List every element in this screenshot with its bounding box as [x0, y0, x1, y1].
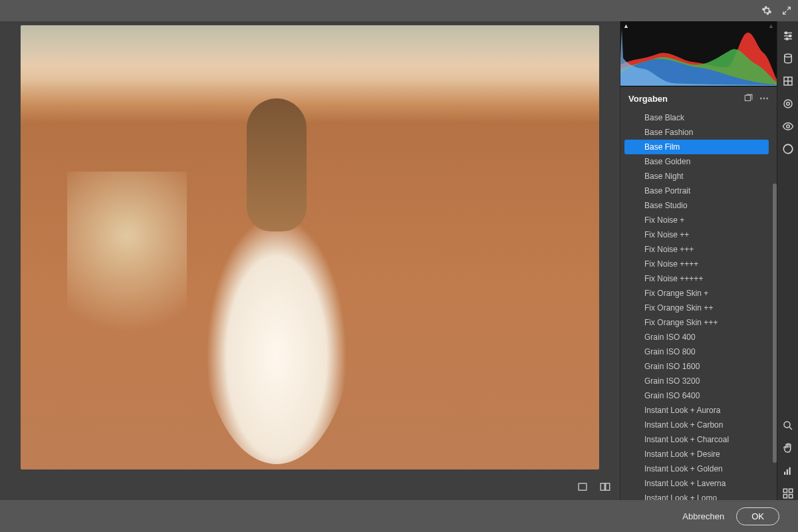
preset-item[interactable]: Instant Look + Desire [624, 447, 769, 462]
image-canvas-area [0, 21, 620, 500]
preset-item[interactable]: Fix Noise ++++ [624, 257, 769, 271]
svg-point-10 [786, 102, 789, 106]
side-panel: ▲ ▲ Vorgaben ⋯ [620, 21, 777, 500]
preset-item[interactable]: Base Film [624, 140, 769, 154]
preset-item[interactable]: Instant Look + Golden [624, 462, 769, 476]
svg-point-7 [784, 54, 791, 57]
preset-item[interactable]: Fix Noise +++++ [624, 271, 769, 286]
svg-rect-3 [745, 95, 750, 100]
single-view-icon[interactable] [576, 480, 589, 493]
svg-point-6 [786, 38, 788, 40]
preset-item[interactable]: Base Black [624, 110, 769, 125]
preset-item[interactable]: Instant Look + Laverna [624, 476, 769, 491]
svg-rect-0 [579, 483, 587, 491]
expand-icon[interactable] [781, 5, 793, 17]
preset-item[interactable]: Fix Orange Skin + [624, 286, 769, 301]
preset-item[interactable]: Fix Noise ++ [624, 227, 769, 242]
filmstrip-icon[interactable] [781, 487, 795, 500]
preset-item[interactable]: Grain ISO 3200 [624, 374, 769, 388]
preset-item[interactable]: Instant Look + Carbon [624, 418, 769, 432]
svg-point-5 [789, 35, 791, 37]
preset-list: Base BlackBase FashionBase FilmBase Gold… [620, 110, 777, 500]
zoom-icon[interactable] [781, 419, 795, 432]
footer: Abbrechen OK [0, 500, 798, 532]
preset-item[interactable]: Grain ISO 1600 [624, 359, 769, 374]
canvas-toolbar [0, 473, 620, 500]
preset-item[interactable]: Base Portrait [624, 184, 769, 198]
ok-button[interactable]: OK [736, 507, 779, 525]
more-icon[interactable]: ⋯ [759, 93, 769, 104]
preset-item[interactable]: Grain ISO 400 [624, 330, 769, 344]
main-area: ▲ ▲ Vorgaben ⋯ [0, 21, 798, 500]
svg-rect-2 [606, 483, 610, 491]
svg-point-13 [784, 422, 790, 428]
preset-item[interactable]: Grain ISO 6400 [624, 388, 769, 403]
preset-item[interactable]: Instant Look + Charcoal [624, 432, 769, 447]
preset-item[interactable]: Grain ISO 800 [624, 344, 769, 359]
tone-curve-icon[interactable] [781, 52, 795, 65]
preset-item[interactable]: Instant Look + Aurora [624, 403, 769, 418]
preset-item[interactable]: Base Golden [624, 154, 769, 169]
svg-point-11 [786, 125, 789, 128]
preview-image[interactable] [21, 25, 599, 469]
preset-item[interactable]: Fix Noise +++ [624, 242, 769, 257]
eye-icon[interactable] [781, 120, 795, 133]
svg-rect-17 [783, 489, 787, 492]
levels-icon[interactable] [781, 464, 795, 477]
preset-item[interactable]: Base Studio [624, 198, 769, 213]
before-after-icon[interactable] [598, 480, 612, 493]
svg-rect-16 [789, 467, 790, 475]
svg-rect-20 [789, 495, 792, 498]
svg-rect-19 [783, 495, 787, 498]
image-frame [0, 21, 620, 473]
panel-title: Vorgaben [628, 94, 668, 104]
panel-header: Vorgaben ⋯ [620, 86, 777, 110]
preset-item[interactable]: Base Fashion [624, 125, 769, 140]
settings-icon[interactable] [761, 5, 773, 17]
svg-rect-18 [789, 489, 792, 492]
hand-tool-icon[interactable] [781, 442, 795, 455]
preset-item[interactable]: Base Night [624, 169, 769, 184]
radial-icon[interactable] [781, 97, 795, 110]
app-root: ▲ ▲ Vorgaben ⋯ [0, 0, 798, 532]
lens-icon[interactable] [781, 142, 795, 156]
histogram-area: ▲ ▲ [620, 21, 777, 86]
sliders-icon[interactable] [781, 29, 795, 43]
svg-rect-15 [786, 469, 787, 475]
histogram[interactable]: ▲ ▲ [620, 21, 777, 86]
svg-rect-14 [784, 472, 785, 475]
scrollbar[interactable] [773, 110, 777, 500]
svg-point-4 [785, 32, 787, 34]
scrollbar-thumb[interactable] [773, 184, 777, 463]
preset-item[interactable]: Instant Look + Lomo [624, 491, 769, 500]
preset-item[interactable]: Fix Orange Skin ++ [624, 301, 769, 315]
tool-strip [777, 21, 798, 500]
filter-grid-icon[interactable] [781, 74, 795, 88]
preset-item[interactable]: Fix Noise + [624, 213, 769, 227]
highlight-clip-indicator[interactable]: ▲ [768, 23, 774, 29]
shadow-clip-indicator[interactable]: ▲ [623, 23, 629, 29]
svg-rect-1 [600, 483, 604, 491]
svg-point-9 [784, 100, 792, 108]
new-preset-icon[interactable] [743, 94, 753, 103]
preset-item[interactable]: Fix Orange Skin +++ [624, 315, 769, 330]
window-titlebar [0, 0, 798, 21]
cancel-button[interactable]: Abbrechen [682, 511, 724, 521]
